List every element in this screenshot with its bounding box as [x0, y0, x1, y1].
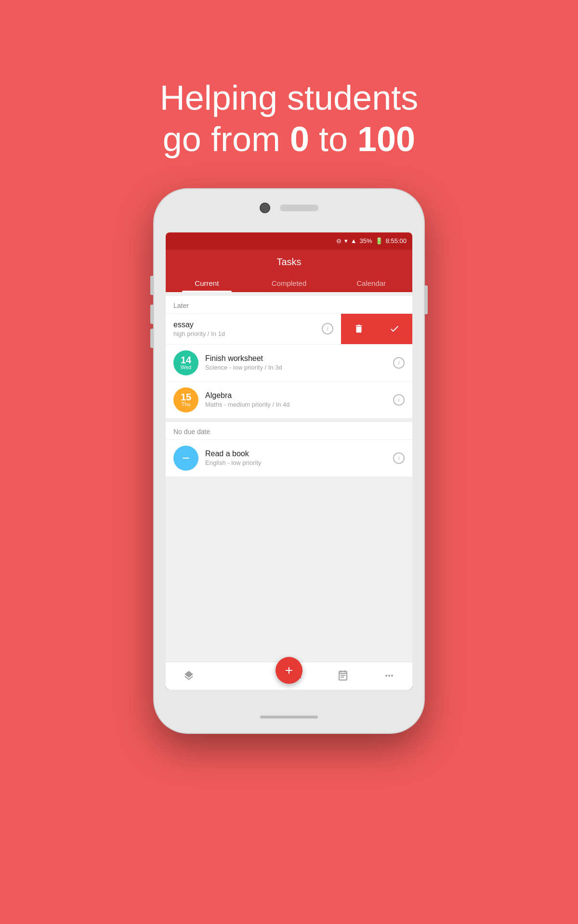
task-algebra-info-icon[interactable]: i: [393, 394, 405, 406]
hero-section: Helping students go from 0 to 100: [102, 38, 476, 160]
task-read-book-badge: −: [173, 446, 198, 471]
svg-point-1: [388, 675, 390, 677]
task-essay-info-icon[interactable]: i: [322, 323, 333, 334]
tab-calendar[interactable]: Calendar: [330, 274, 412, 292]
app-bar: Tasks Current Completed Calendar: [166, 250, 412, 292]
hero-text: Helping students go from 0 to 100: [131, 77, 447, 160]
tab-current[interactable]: Current: [166, 274, 248, 292]
no-due-date-card: No due date − Read a book English - low …: [166, 422, 412, 476]
phone-screen: ⊖ ▾ ▲ 35% 🔋 8:55:00 Tasks Current Comple…: [166, 232, 412, 690]
task-finish-worksheet-info: Finish worksheet Science - low priority …: [205, 354, 393, 371]
task-finish-worksheet-info-icon[interactable]: i: [393, 357, 405, 369]
status-bar: ⊖ ▾ ▲ 35% 🔋 8:55:00: [166, 232, 412, 250]
task-finish-worksheet-badge: 14 Wed: [173, 350, 198, 375]
task-read-book[interactable]: − Read a book English - low priority i: [166, 439, 412, 476]
later-label: Later: [166, 296, 412, 313]
content-area: Later essay high priority / In 1d i: [166, 292, 412, 666]
task-algebra-badge: 15 Thu: [173, 387, 198, 412]
svg-point-2: [391, 675, 393, 677]
task-read-book-info: Read a book English - low priority: [205, 449, 393, 466]
task-read-book-info-icon[interactable]: i: [393, 452, 405, 464]
task-essay-title: essay: [173, 321, 322, 329]
status-battery-icon: 🔋: [375, 237, 383, 244]
bottom-nav: +: [166, 662, 412, 690]
task-essay-content: essay high priority / In 1d i: [166, 314, 341, 344]
later-card: Later essay high priority / In 1d i: [166, 296, 412, 418]
svg-point-0: [385, 675, 387, 677]
task-finish-worksheet-subtitle: Science - low priority / In 3d: [205, 364, 393, 371]
app-title: Tasks: [166, 257, 412, 268]
nav-notebook-icon[interactable]: [337, 670, 349, 681]
task-algebra-title: Algebra: [205, 391, 393, 400]
task-read-book-title: Read a book: [205, 449, 393, 458]
task-finish-worksheet-title: Finish worksheet: [205, 354, 393, 363]
phone-device: ⊖ ▾ ▲ 35% 🔋 8:55:00 Tasks Current Comple…: [154, 189, 424, 733]
task-essay-info: essay high priority / In 1d: [173, 321, 322, 337]
camera-lens: [260, 203, 270, 213]
task-algebra-subtitle: Maths - medium priority / In 4d: [205, 401, 393, 408]
task-algebra[interactable]: 15 Thu Algebra Maths - medium priority /…: [166, 381, 412, 418]
nav-more-icon[interactable]: [383, 670, 395, 681]
status-mute-icon: ⊖: [336, 237, 342, 244]
nav-layers-icon[interactable]: [183, 670, 195, 681]
status-wifi-icon: ▾: [344, 237, 348, 244]
tab-row: Current Completed Calendar: [166, 274, 412, 292]
task-essay-subtitle: high priority / In 1d: [173, 330, 322, 337]
delete-button[interactable]: [341, 314, 377, 344]
phone-camera-area: [260, 203, 318, 213]
speaker-slot: [280, 205, 318, 211]
phone-home-indicator: [260, 716, 318, 719]
task-essay[interactable]: essay high priority / In 1d i: [166, 313, 412, 344]
swipe-actions: [341, 314, 412, 344]
status-time: 8:55:00: [386, 237, 407, 244]
tab-completed[interactable]: Completed: [248, 274, 330, 292]
no-due-date-label: No due date: [166, 422, 412, 439]
status-icons: ⊖ ▾ ▲ 35% 🔋 8:55:00: [336, 237, 407, 244]
task-algebra-info: Algebra Maths - medium priority / In 4d: [205, 391, 393, 408]
status-battery-text: 35%: [360, 237, 372, 244]
status-signal-icon: ▲: [351, 237, 357, 244]
fab-add-button[interactable]: +: [276, 657, 302, 684]
task-read-book-subtitle: English - low priority: [205, 459, 393, 466]
complete-button[interactable]: [377, 314, 412, 344]
task-finish-worksheet[interactable]: 14 Wed Finish worksheet Science - low pr…: [166, 344, 412, 381]
